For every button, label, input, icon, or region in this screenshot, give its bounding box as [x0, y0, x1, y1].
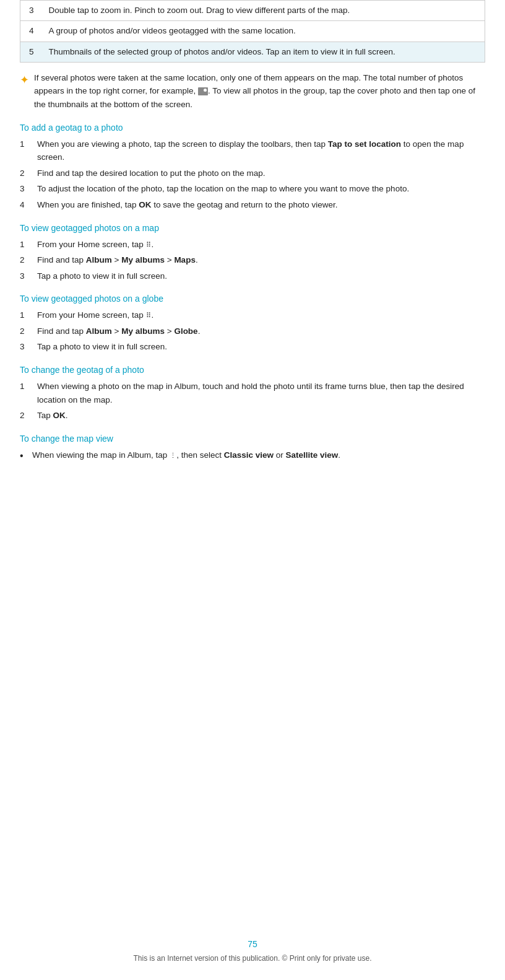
page-number: 75	[0, 939, 505, 949]
list-item: 2Tap OK.	[20, 409, 485, 422]
list-text: When you are viewing a photo, tap the sc…	[37, 138, 485, 164]
numbered-list-view-on-globe: 1From your Home screen, tap ⠿.2Find and …	[20, 308, 485, 354]
section-heading-view-on-globe: To view geotagged photos on a globe	[20, 294, 485, 304]
list-num: 1	[20, 238, 37, 252]
list-text: Tap a photo to view it in full screen.	[37, 269, 485, 283]
row-num: 5	[20, 42, 43, 62]
row-num: 3	[20, 1, 43, 21]
bullet-char: •	[20, 448, 30, 464]
list-item: 1When viewing a photo on the map in Albu…	[20, 380, 485, 406]
list-text: When viewing a photo on the map in Album…	[37, 380, 485, 406]
table-section: 3Double tap to zoom in. Pinch to zoom ou…	[20, 0, 485, 63]
list-item: 1From your Home screen, tap ⠿.	[20, 308, 485, 322]
list-text: Find and tap Album > My albums > Maps.	[37, 253, 485, 267]
table-row: 5Thumbnails of the selected group of pho…	[20, 42, 485, 62]
row-text: Thumbnails of the selected group of phot…	[43, 42, 485, 62]
numbered-list-view-on-map: 1From your Home screen, tap ⠿.2Find and …	[20, 238, 485, 283]
table-row: 4A group of photos and/or videos geotagg…	[20, 21, 485, 42]
list-item: 3Tap a photo to view it in full screen.	[20, 340, 485, 354]
list-text: From your Home screen, tap ⠿.	[37, 308, 485, 322]
list-text: To adjust the location of the photo, tap…	[37, 182, 485, 196]
menu-icon: ⋮	[170, 450, 176, 462]
list-num: 1	[20, 380, 37, 393]
list-num: 2	[20, 409, 37, 422]
row-num: 4	[20, 21, 43, 42]
page-footer: 75 This is an Internet version of this p…	[0, 939, 505, 963]
list-item: 1From your Home screen, tap ⠿.	[20, 238, 485, 252]
list-item: 2Find and tap the desired location to pu…	[20, 167, 485, 180]
list-text: When you are finished, tap OK to save th…	[37, 198, 485, 212]
section-heading-change-map-view: To change the map view	[20, 434, 485, 444]
table-row: 3Double tap to zoom in. Pinch to zoom ou…	[20, 1, 485, 21]
list-num: 2	[20, 253, 37, 267]
list-num: 4	[20, 198, 37, 212]
list-item: 3Tap a photo to view it in full screen.	[20, 269, 485, 283]
list-text: Tap OK.	[37, 409, 485, 422]
list-num: 1	[20, 308, 37, 322]
bullet-item: •When viewing the map in Album, tap ⋮, t…	[20, 448, 485, 464]
list-text: Find and tap Album > My albums > Globe.	[37, 325, 485, 338]
numbered-list-change-geotag: 1When viewing a photo on the map in Albu…	[20, 380, 485, 422]
grid-icon: ⠿	[146, 310, 152, 322]
row-text: A group of photos and/or videos geotagge…	[43, 21, 485, 42]
list-num: 3	[20, 182, 37, 196]
footer-note: This is an Internet version of this publ…	[133, 954, 371, 963]
tip-text: If several photos were taken at the same…	[34, 71, 485, 112]
list-item: 4When you are finished, tap OK to save t…	[20, 198, 485, 212]
list-num: 2	[20, 167, 37, 180]
tip-block: ✦ If several photos were taken at the sa…	[20, 71, 485, 112]
list-num: 3	[20, 269, 37, 283]
photo-icon	[198, 87, 208, 95]
grid-icon: ⠿	[146, 240, 152, 251]
list-item: 1When you are viewing a photo, tap the s…	[20, 138, 485, 164]
section-heading-add-geotag: To add a geotag to a photo	[20, 123, 485, 133]
list-text: From your Home screen, tap ⠿.	[37, 238, 485, 252]
list-text: Tap a photo to view it in full screen.	[37, 340, 485, 354]
bullet-list-change-map-view: •When viewing the map in Album, tap ⋮, t…	[20, 448, 485, 464]
list-text: When viewing the map in Album, tap ⋮, th…	[32, 448, 485, 462]
list-num: 1	[20, 138, 37, 151]
list-item: 3To adjust the location of the photo, ta…	[20, 182, 485, 196]
sections-container: To add a geotag to a photo1When you are …	[20, 123, 485, 464]
list-num: 3	[20, 340, 37, 354]
list-item: 2Find and tap Album > My albums > Maps.	[20, 253, 485, 267]
row-text: Double tap to zoom in. Pinch to zoom out…	[43, 1, 485, 21]
list-text: Find and tap the desired location to put…	[37, 167, 485, 180]
section-heading-view-on-map: To view geotagged photos on a map	[20, 223, 485, 233]
list-item: 2Find and tap Album > My albums > Globe.	[20, 325, 485, 338]
list-num: 2	[20, 325, 37, 338]
page-container: 3Double tap to zoom in. Pinch to zoom ou…	[0, 0, 505, 463]
section-heading-change-geotag: To change the geotag of a photo	[20, 365, 485, 375]
tip-icon: ✦	[20, 72, 29, 88]
numbered-list-add-geotag: 1When you are viewing a photo, tap the s…	[20, 138, 485, 212]
